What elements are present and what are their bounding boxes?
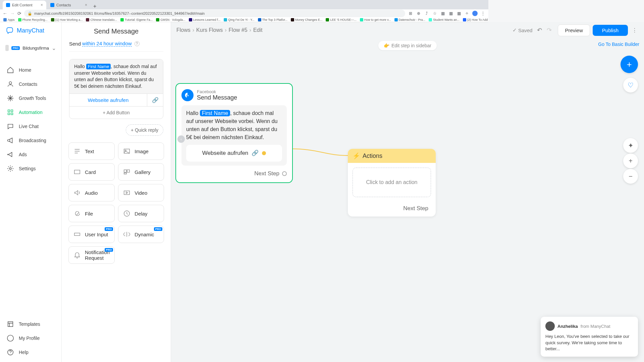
back-icon[interactable]: ← [3,11,7,16]
block-image[interactable]: Image [118,142,164,160]
next-step-row[interactable]: Next Step [348,202,436,217]
file-icon [73,210,81,217]
bookmark-item[interactable]: Apps [3,18,15,21]
avatar-icon[interactable] [472,11,478,16]
node-button[interactable]: Webseite aufrufen 🔗 [186,145,282,162]
block-gallery[interactable]: Gallery [118,163,164,181]
bookmark-item[interactable]: Tutorial: Eigene Fa... [120,18,153,21]
bookmark-item[interactable]: Phone Recycling... [18,18,48,21]
new-tab-button[interactable]: + [91,3,98,9]
bookmark-item[interactable]: The Top 3 Platfor... [258,18,287,21]
flow-node-message[interactable]: Facebook Send Message ‹ Hallo First Name… [175,83,293,183]
bookmark-item[interactable]: (1) How Working a... [51,18,83,21]
sidebar-item-broadcasting[interactable]: Broadcasting [0,133,61,147]
bookmark-item[interactable]: Money Changes E... [291,18,323,21]
flow-node-actions[interactable]: ⚡ Actions Click to add an action Next St… [348,149,436,217]
bookmark-item[interactable]: Chinese translatio... [86,18,117,21]
block-card[interactable]: Card [68,163,115,181]
bookmark-item[interactable]: Datenschutz - Pra... [394,18,426,21]
block-file[interactable]: File [68,205,115,222]
bookmark-item[interactable]: How to get more v... [360,18,391,21]
ads-icon [7,151,14,158]
add-button[interactable]: + Add Button [69,106,163,119]
sidebar-item-ads[interactable]: Ads [0,147,61,162]
close-icon[interactable]: × [41,3,43,7]
node-message-body[interactable]: ‹ Hallo First Name, schaue doch mal auf … [181,105,287,166]
block-audio[interactable]: Audio [68,184,115,201]
link-icon[interactable]: 🔗 [147,94,163,106]
ext-icon[interactable]: ▦ [456,11,462,16]
sidebar-item-growth-tools[interactable]: Growth Tools [0,91,61,105]
text: Hallo [186,110,200,116]
menu-icon[interactable]: ⋮ [480,11,486,16]
reload-icon[interactable]: ⟳ [17,11,21,16]
block-text[interactable]: Text [68,142,115,160]
block-dynamic[interactable]: DynamicPRO [118,226,164,243]
chevron-left-icon[interactable]: ‹ [177,135,185,143]
block-label: User Input [85,232,108,237]
nav-label: Ads [19,152,27,157]
bookmark-item[interactable]: GMSN · Vologda... [156,18,185,21]
quick-reply-button[interactable]: + Quick reply [126,124,163,136]
next-step-row[interactable]: Next Step [181,166,287,177]
sidebar-item-home[interactable]: Home [0,63,61,77]
browser-tab[interactable]: Contacts × [47,1,91,9]
workspace-selector[interactable]: PRO Bildungsfirma ⌄ [3,41,58,55]
bookmark-item[interactable]: Lessons Learned f... [189,18,221,21]
bookmark-item[interactable]: LEE 'S HOUSE—... [326,18,356,21]
bookmark-item[interactable]: (2) How To Add A... [463,18,488,21]
browser-chrome: Edit Content × Contacts × + ← → ⟳ 🔒 many… [0,0,488,22]
add-action-dropzone[interactable]: Click to add an action [353,168,431,197]
translate-icon[interactable]: ⊞ [408,11,413,16]
tab-title: Edit Content [12,3,33,7]
tab-favicon [50,3,54,7]
crumb[interactable]: Flow #5 [229,27,248,33]
url-input[interactable]: 🔒 manychat.com/fb198150208192061 8/cms/f… [24,10,405,17]
crumb[interactable]: Flows [176,27,191,33]
variable-tag: First Name [200,110,230,116]
ext-icon[interactable]: ▦ [440,11,445,16]
block-input[interactable]: User InputPRO [68,226,115,243]
help-icon[interactable]: ? [135,41,140,46]
block-delay[interactable]: Delay [118,205,164,222]
block-label: Card [85,169,96,175]
share-icon[interactable]: ⤴ [424,11,429,16]
sidebar-item-live-chat[interactable]: Live Chat [0,119,61,133]
crumb[interactable]: Edit [253,27,263,33]
block-video[interactable]: Video [118,184,164,201]
bookmarks-bar: AppsPhone Recycling...(1) How Working a.… [0,17,488,22]
ext-icon[interactable]: ▦ [448,11,453,16]
zoom-icon[interactable]: ⊕ [416,11,421,16]
edit-sidebar-pill[interactable]: 👉 Edit step in sidebar [378,41,437,50]
connector-port[interactable] [282,171,287,176]
bookmark-item[interactable]: Student Wants an... [429,18,460,21]
close-icon[interactable]: × [85,3,87,7]
send-window-link[interactable]: within 24 hour window [82,41,132,47]
bolt-icon: ⚡ [353,152,360,160]
text: Hallo [74,64,86,69]
logo[interactable]: ManyChat [0,22,61,39]
brand-name: ManyChat [17,27,44,34]
browser-tab-active[interactable]: Edit Content × [3,1,46,9]
puzzle-icon[interactable]: ✧ [464,11,470,16]
message-text[interactable]: Hallo First Name, schaue doch mal auf un… [69,59,163,94]
block-bell[interactable]: Notification RequestPRO [68,246,115,264]
sidebar-item-contacts[interactable]: Contacts [0,77,61,91]
flow-canvas[interactable]: Flows›Kurs Flows›Flow #5›Edit ✓ Saved ↶ … [171,22,488,274]
bookmark-item[interactable]: Qing Fei De Yi - Y... [224,18,254,21]
pill-text: Edit step in sidebar [391,43,431,48]
variable-tag[interactable]: First Name [86,64,111,69]
crumb[interactable]: Kurs Flows [196,27,223,33]
connector-port[interactable] [262,151,266,155]
nav-label: Automation [19,110,43,115]
block-label: Delay [135,211,147,217]
node-title: Send Message [197,94,237,101]
message-block[interactable]: Hallo First Name, schaue doch mal auf un… [69,59,163,119]
browser-toolbar: ⊞ ⊕ ⤴ ☆ ▦ ▦ ▦ ✧ ⋮ [408,11,486,16]
message-button[interactable]: Webseite aufrufen [69,94,147,106]
sidebar-item-automation[interactable]: Automation [0,105,61,119]
nav-label: Contacts [19,81,37,87]
sidebar-item-settings[interactable]: Settings [0,162,61,176]
forward-icon: → [10,11,15,16]
star-icon[interactable]: ☆ [432,11,437,16]
